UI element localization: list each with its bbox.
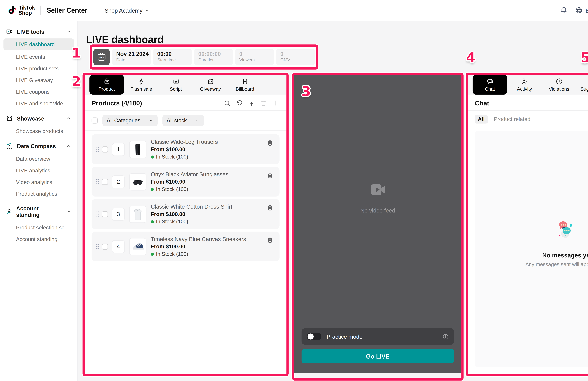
product-position-badge: 2 — [112, 175, 125, 188]
drag-handle-icon[interactable] — [96, 243, 100, 250]
tab-activity[interactable]: Activity — [507, 75, 542, 95]
drag-handle-icon[interactable] — [96, 178, 100, 185]
sidebar-item-product-analytics[interactable]: Product analytics — [0, 188, 77, 200]
page-title: LIVE dashboard — [86, 34, 164, 46]
practice-mode-toggle[interactable] — [307, 333, 321, 340]
tab-chat[interactable]: Chat — [473, 75, 507, 95]
storefront-icon — [6, 115, 13, 122]
product-image-dress-shirt — [129, 205, 147, 223]
live-tv-icon — [93, 49, 110, 65]
sidebar-item-live-dashboard[interactable]: LIVE dashboard — [3, 39, 74, 50]
language-selector[interactable]: English — [575, 6, 588, 14]
sidebar-item-live-analytics[interactable]: LIVE analytics — [0, 165, 77, 176]
product-name[interactable]: Classic Wide-Leg Trousers — [151, 139, 262, 145]
move-to-top-icon[interactable] — [248, 100, 255, 106]
tab-label: Violations — [549, 86, 569, 92]
chat-bubble-icon — [486, 78, 494, 85]
product-name[interactable]: Timeless Navy Blue Canvas Sneakers — [151, 236, 262, 242]
annotation-marker-4: 4 — [466, 51, 475, 64]
stat-date: Nov 21 2024 Date — [112, 49, 151, 65]
stat-label: Date — [116, 58, 147, 62]
add-product-icon[interactable] — [272, 99, 279, 107]
chevron-down-icon — [149, 118, 153, 123]
header-divider — [40, 6, 41, 15]
categories-filter-dropdown[interactable]: All Categories — [103, 115, 158, 126]
product-name[interactable]: Classic White Cotton Dress Shirt — [151, 203, 262, 210]
tab-label: Chat — [485, 86, 495, 92]
trash-icon[interactable] — [267, 172, 273, 179]
sidebar-item-live-coupons[interactable]: LIVE coupons — [0, 86, 77, 98]
stat-label: Duration — [198, 58, 229, 62]
chat-filter-all[interactable]: All — [475, 115, 488, 124]
globe-icon — [575, 6, 583, 14]
trash-icon[interactable] — [267, 140, 273, 147]
annotation-marker-1: 1 — [72, 46, 81, 59]
trash-icon[interactable] — [267, 204, 273, 211]
sidebar-item-showcase-products[interactable]: Showcase products — [0, 125, 77, 137]
sidebar-item-live-short-video[interactable]: LIVE and short video ca... — [0, 98, 77, 109]
sidebar: LIVE tools LIVE dashboard LIVE events LI… — [0, 21, 78, 381]
row-checkbox[interactable] — [102, 146, 108, 152]
tab-flash-sale[interactable]: Flash sale — [124, 75, 159, 95]
row-checkbox[interactable] — [102, 243, 108, 249]
search-icon[interactable] — [224, 100, 231, 106]
empty-state-title: No messages yet — [542, 252, 588, 259]
tab-label: Flash sale — [130, 86, 152, 92]
row-checkbox[interactable] — [102, 211, 108, 217]
delete-icon[interactable] — [260, 100, 267, 106]
tab-script[interactable]: Script — [159, 75, 193, 95]
product-panel-tabs: Product Flash sale Script Giveaway Billb… — [85, 75, 287, 95]
drag-handle-icon[interactable] — [96, 146, 100, 152]
tab-violations[interactable]: Violations — [542, 75, 576, 95]
sidebar-item-product-selection-score[interactable]: Product selection score — [0, 222, 77, 233]
tab-suggestions[interactable]: Suggestions — [576, 75, 588, 95]
product-name[interactable]: Onyx Black Aviator Sunglasses — [151, 171, 262, 178]
tab-label: Suggestions — [581, 86, 588, 92]
stat-viewers: 0 Viewers — [235, 49, 274, 65]
sidebar-section-account-standing[interactable]: Account standing — [0, 202, 77, 222]
sidebar-item-account-standing[interactable]: Account standing — [0, 233, 77, 245]
sidebar-section-data-compass[interactable]: Data Compass — [0, 139, 77, 153]
undo-icon[interactable] — [236, 100, 243, 106]
product-row: 2 Onyx Black Aviator Sunglasses From $10… — [92, 167, 279, 196]
row-checkbox[interactable] — [102, 179, 108, 185]
select-all-checkbox[interactable] — [92, 117, 98, 124]
sidebar-item-data-overview[interactable]: Data overview — [0, 153, 77, 165]
annotation-marker-2: 2 — [72, 75, 81, 88]
sidebar-item-live-events[interactable]: LIVE events — [0, 51, 77, 63]
nav-shop-academy[interactable]: Shop Academy — [105, 7, 149, 14]
stat-value: 00:00:00 — [198, 51, 229, 57]
chat-filter-row: All Product related — [468, 110, 588, 128]
tab-label: Script — [170, 86, 182, 92]
tab-billboard[interactable]: Billboard — [228, 75, 262, 95]
sidebar-item-live-giveaway[interactable]: LIVE Giveaway — [0, 74, 77, 86]
stock-filter-dropdown[interactable]: All stock — [162, 115, 204, 126]
chat-empty-state: No messages yet Any messages sent will a… — [475, 131, 588, 367]
sidebar-section-showcase[interactable]: Showcase — [0, 111, 77, 125]
nav-shop-academy-label: Shop Academy — [105, 7, 142, 14]
shopping-bag-icon — [103, 78, 110, 85]
drag-handle-icon[interactable] — [96, 211, 100, 217]
tiktok-shop-logo[interactable]: TikTok Shop — [6, 5, 35, 16]
info-icon[interactable] — [442, 333, 449, 340]
go-live-button[interactable]: Go LIVE — [301, 349, 454, 363]
chevron-up-icon — [66, 116, 71, 121]
tab-product[interactable]: Product — [89, 75, 124, 95]
sidebar-item-live-product-sets[interactable]: LIVE product sets — [0, 63, 77, 74]
product-row: 3 Classic White Cotton Dress Shirt From … — [92, 199, 279, 229]
sidebar-section-live-tools[interactable]: LIVE tools — [0, 24, 77, 39]
bar-chart-trend-icon — [6, 143, 13, 149]
tab-giveaway[interactable]: Giveaway — [193, 75, 228, 95]
annotated-region-3-video-feed: No video feed Practice mode Go LIVE — [292, 73, 463, 381]
live-camera-icon — [6, 28, 13, 35]
chat-filter-product-related[interactable]: Product related — [494, 116, 530, 122]
trash-icon[interactable] — [267, 237, 273, 244]
no-video-camera-icon — [368, 181, 388, 199]
empty-state-subtitle: Any messages sent will appear here — [525, 261, 588, 267]
stat-label: Viewers — [239, 58, 270, 62]
notification-bell-icon[interactable] — [560, 6, 568, 14]
stat-duration: 00:00:00 Duration — [194, 49, 233, 65]
sidebar-item-video-analytics[interactable]: Video analytics — [0, 176, 77, 188]
tab-label: Billboard — [236, 86, 254, 92]
annotated-region-1-session-stats: Nov 21 2024 Date 00:00 Start time 00:00:… — [90, 44, 318, 69]
